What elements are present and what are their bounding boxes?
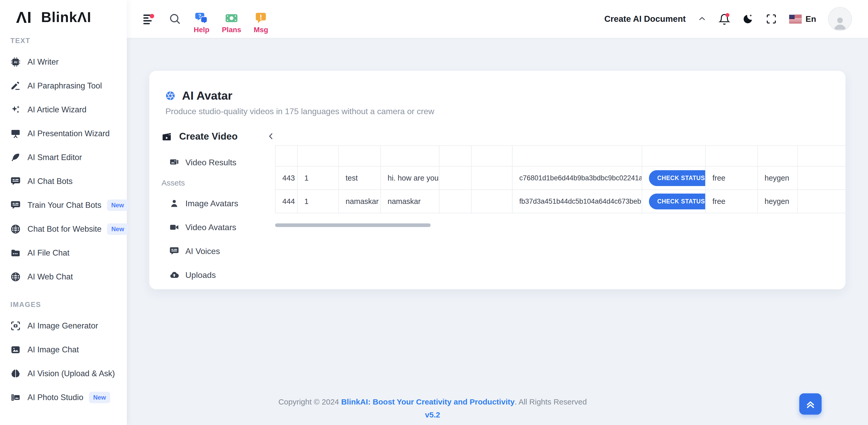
page-subtitle: Produce studio-quality videos in 175 lan… [165,107,434,116]
sidebar-nav: TEXT AI AI Writer AI Paraphrasing Tool [0,34,127,409]
column-header [642,146,706,166]
help-bubbles-icon: ? [195,11,208,25]
quick-link-label: Plans [222,26,241,34]
logo-mark: ΛI [16,8,32,26]
sidebar-item-label: Chat Bot for Website [28,224,101,234]
column-header [439,146,471,166]
panel-nav-item[interactable]: Video Avatars [161,215,265,239]
brand-logo[interactable]: ΛI BlinkΛI [0,0,127,34]
pencil-icon [10,81,21,91]
check-status-button[interactable]: CHECK STATUS [649,194,706,209]
user-avatar[interactable] [828,7,852,31]
avatar-person-icon [832,14,848,30]
panel-nav-item-label: Video Results [185,158,237,167]
column-header [757,146,798,166]
sidebar-item[interactable]: AI Article Wizard [0,98,127,122]
new-badge: New [107,223,128,235]
quick-link-label: Msg [253,26,268,34]
sidebar-item[interactable]: Train Your Chat Bots New [0,193,127,217]
sidebar-item-label: AI Vision (Upload & Ask) [28,369,115,378]
quick-link[interactable]: Plans [222,11,241,34]
sidebar-item-label: AI Writer [28,57,59,67]
cell-voice [798,190,845,213]
sidebar-item[interactable]: AI Photo Studio New [0,386,127,409]
sidebar-item[interactable]: AI AI Writer [0,50,127,74]
asset-items: Image Avatars Video Avatars AI Voices Up… [161,192,265,287]
cell-video [439,190,471,213]
videos-table-wrapper: 443 1 test hi. how are you c76801d1be6d4… [275,145,845,213]
sidebar-item[interactable]: AI Vision (Upload & Ask) [0,362,127,386]
sidebar-item[interactable]: AI Web Chat [0,265,127,289]
sidebar-item[interactable]: AI Image Chat [0,338,127,362]
sidebar-section-images: IMAGES AI Image Generator AI Image Chat [0,289,127,409]
svg-text:AI: AI [14,60,17,64]
footer-brand-link[interactable]: BlinkAI: Boost Your Creativity and Produ… [341,397,515,406]
search-icon[interactable] [169,13,181,25]
videos-table: 443 1 test hi. how are you c76801d1be6d4… [275,145,845,213]
cell-description: namaskar [381,190,439,213]
check-status-button[interactable]: CHECK STATUS [649,170,706,186]
sidebar-item[interactable]: AI Chat Bots [0,169,127,193]
panel-nav-item[interactable]: Video Results [161,150,265,174]
aperture-icon [165,91,175,101]
sidebar-item[interactable]: AI Smart Editor [0,146,127,169]
folder-icon [10,248,21,258]
sidebar-item-label: AI Article Wizard [28,105,86,114]
app-root: ΛI BlinkΛI TEXT AI AI Writer AI Paraphra… [0,0,868,425]
panel-nav-item-label: Image Avatars [185,199,238,208]
quick-link[interactable]: ? Help [194,11,210,34]
assets-section-label: Assets [161,174,265,192]
section-items: AI AI Writer AI Paraphrasing Tool AI Art… [0,50,127,289]
panel-nav-item[interactable]: Uploads [161,263,265,287]
sidebar-item-label: AI Presentation Wizard [28,129,110,138]
double-chevron-up-icon [804,398,816,410]
chevron-up-icon[interactable] [698,15,707,23]
ai-avatar-card: AI Avatar Produce studio-quality videos … [149,71,845,289]
collapse-chevron-left-icon[interactable] [267,132,276,142]
copyright-text: Copyright © 2024 [278,397,341,406]
quick-link[interactable]: Msg [253,11,268,34]
topbar-right: Create AI Document En [604,7,852,31]
sidebar-item[interactable]: AI Paraphrasing Tool [0,74,127,98]
cell-user-id: 1 [298,166,339,190]
sparkles-icon [10,105,21,115]
sidebar-item[interactable]: AI Image Generator [0,314,127,338]
create-ai-document-button[interactable]: Create AI Document [604,14,686,24]
dark-mode-moon-icon[interactable] [742,13,754,25]
create-video-label: Create Video [179,131,238,142]
sidebar-item[interactable]: Chat Bot for Website New [0,217,127,241]
video-camera-icon [169,222,179,232]
version-label: v5.2 [127,410,738,419]
section-title: TEXT [0,34,127,47]
language-selector[interactable]: En [789,14,816,24]
cell-storage [471,166,512,190]
panel-nav-item[interactable]: Image Avatars [161,192,265,215]
film-icon [10,392,21,403]
sidebar-item[interactable]: AI Presentation Wizard [0,122,127,146]
sidebar: ΛI BlinkΛI TEXT AI AI Writer AI Paraphra… [0,0,127,425]
create-video-header[interactable]: Create Video [161,131,238,142]
sidebar-item-label: AI Chat Bots [28,177,72,186]
sidebar-item-label: AI Smart Editor [28,153,82,162]
cell-storage [471,190,512,213]
globe-icon [10,224,21,234]
scroll-to-top-button[interactable] [799,393,822,415]
column-header [339,146,381,166]
cell-plan-type: free [706,190,757,213]
new-badge: New [107,200,128,211]
horizontal-scrollbar-thumb[interactable] [275,223,431,227]
panel-nav-item-label: AI Voices [185,247,220,256]
cell-user-id: 1 [298,190,339,213]
cell-generated-video-id: fb37d3a451b44dc5b104a64d4c673beb [512,190,642,213]
sidebar-item-label: AI Paraphrasing Tool [28,81,102,90]
rights-text: . All Rights Reserved [515,397,587,406]
notifications-bell-icon[interactable] [718,12,730,25]
panel-nav-item[interactable]: AI Voices [161,239,265,263]
person-icon [169,198,179,208]
sidebar-item[interactable]: AI File Chat [0,241,127,265]
table-row: 443 1 test hi. how are you c76801d1be6d4… [275,166,845,190]
cell-action: CHECK STATUS [642,190,706,213]
fullscreen-icon[interactable] [766,13,777,25]
image-icon [10,345,21,355]
menu-icon[interactable] [143,13,156,25]
